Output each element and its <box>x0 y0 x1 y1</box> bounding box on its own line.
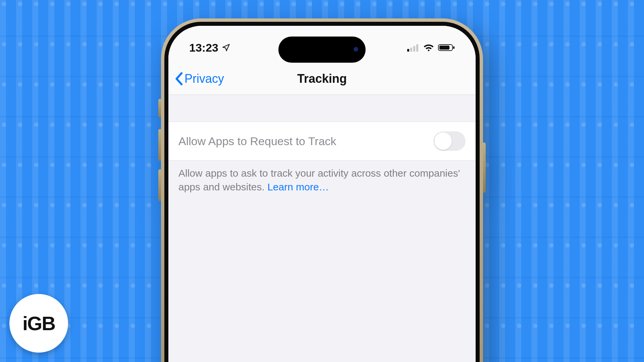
status-bar-right <box>407 44 455 52</box>
cellular-signal-icon <box>407 44 419 52</box>
back-button-label: Privacy <box>184 72 224 86</box>
status-bar-left: 13:23 <box>189 41 230 54</box>
svg-rect-6 <box>453 46 454 49</box>
back-button[interactable]: Privacy <box>174 63 224 95</box>
wifi-icon <box>423 44 434 52</box>
svg-rect-2 <box>413 46 415 52</box>
toggle-knob <box>434 132 452 150</box>
phone-outer-shell: 13:23 <box>161 18 483 362</box>
svg-rect-5 <box>439 46 449 50</box>
svg-rect-0 <box>407 49 409 52</box>
page-title: Tracking <box>297 72 347 86</box>
section-spacer <box>168 95 476 122</box>
svg-rect-1 <box>410 48 412 52</box>
svg-rect-3 <box>416 44 418 52</box>
allow-apps-to-track-toggle[interactable] <box>433 131 466 151</box>
battery-icon <box>438 44 455 52</box>
section-footer-text: Allow apps to ask to track your activity… <box>168 161 476 194</box>
dynamic-island <box>278 37 366 63</box>
status-time: 13:23 <box>189 41 218 54</box>
learn-more-link[interactable]: Learn more… <box>267 181 329 192</box>
navigation-bar: Privacy Tracking <box>168 63 476 95</box>
phone-screen: 13:23 <box>168 26 476 362</box>
igb-logo-badge: iGB <box>9 294 68 353</box>
allow-apps-to-track-label: Allow Apps to Request to Track <box>178 135 336 148</box>
location-arrow-icon <box>222 43 230 52</box>
front-camera-icon <box>354 47 359 52</box>
igb-logo-text: iGB <box>22 312 55 335</box>
settings-content[interactable]: Allow Apps to Request to Track Allow app… <box>168 95 476 362</box>
iphone-device-frame: 13:23 <box>161 18 483 362</box>
chevron-left-icon <box>174 72 183 85</box>
allow-apps-to-track-row[interactable]: Allow Apps to Request to Track <box>168 122 476 161</box>
